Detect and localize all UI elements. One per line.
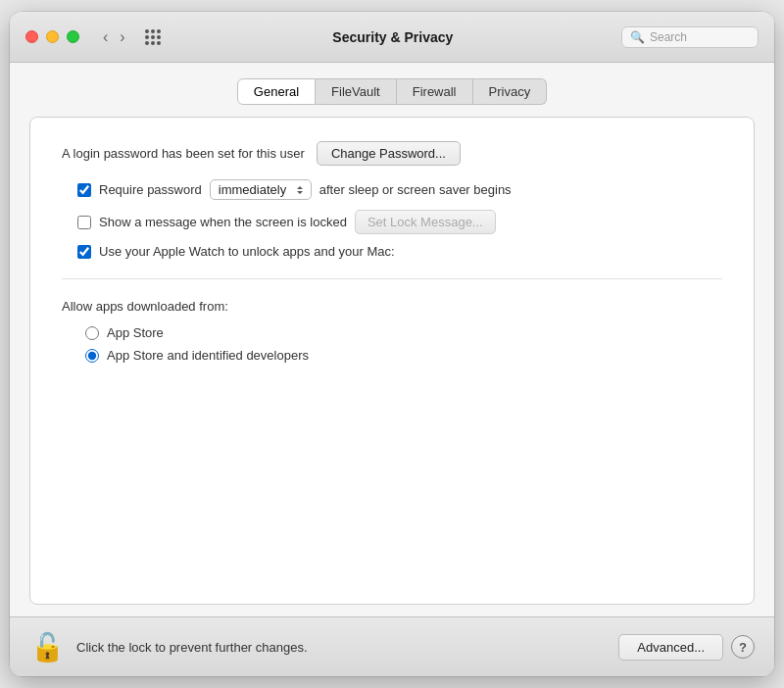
- apple-watch-checkbox[interactable]: [77, 245, 91, 259]
- window-title: Security & Privacy: [176, 29, 610, 45]
- search-icon: 🔍: [630, 30, 645, 44]
- back-button[interactable]: ‹: [99, 26, 112, 48]
- require-password-label: Require password: [99, 182, 202, 197]
- app-store-label: App Store: [107, 325, 164, 340]
- change-password-button[interactable]: Change Password...: [317, 141, 461, 166]
- set-lock-message-button[interactable]: Set Lock Message...: [355, 210, 496, 234]
- nav-buttons: ‹ ›: [99, 26, 129, 48]
- main-panel: A login password has been set for this u…: [29, 117, 755, 605]
- footer-lock-text: Click the lock to prevent further change…: [76, 640, 607, 655]
- lock-icon[interactable]: 🔓: [29, 629, 65, 664]
- app-store-identified-radio[interactable]: [85, 349, 99, 363]
- help-button[interactable]: ?: [731, 635, 755, 659]
- allow-apps-section: Allow apps downloaded from: App Store Ap…: [62, 299, 722, 363]
- login-password-row: A login password has been set for this u…: [62, 141, 722, 166]
- maximize-button[interactable]: [67, 30, 79, 43]
- content-area: General FileVault Firewall Privacy A log…: [10, 63, 774, 616]
- require-password-checkbox[interactable]: [77, 183, 91, 197]
- tab-privacy[interactable]: Privacy: [473, 78, 548, 105]
- search-bar[interactable]: 🔍: [621, 26, 759, 48]
- apps-grid-icon[interactable]: [145, 29, 161, 45]
- tab-firewall[interactable]: Firewall: [397, 78, 473, 105]
- traffic-lights: [25, 30, 79, 43]
- advanced-button[interactable]: Advanced...: [618, 634, 723, 661]
- login-password-text: A login password has been set for this u…: [62, 146, 305, 161]
- minimize-button[interactable]: [46, 30, 59, 43]
- tab-general[interactable]: General: [237, 78, 316, 105]
- app-store-radio-row: App Store: [85, 325, 722, 340]
- app-store-identified-label: App Store and identified developers: [107, 348, 309, 363]
- apple-watch-row: Use your Apple Watch to unlock apps and …: [77, 244, 722, 259]
- allow-apps-title: Allow apps downloaded from:: [62, 299, 722, 314]
- show-lock-message-checkbox[interactable]: [77, 216, 91, 229]
- app-store-radio[interactable]: [85, 326, 99, 340]
- tab-filevault[interactable]: FileVault: [316, 78, 397, 105]
- apple-watch-label: Use your Apple Watch to unlock apps and …: [99, 244, 395, 259]
- search-input[interactable]: [650, 30, 750, 44]
- show-lock-message-label: Show a message when the screen is locked: [99, 215, 347, 229]
- close-button[interactable]: [25, 30, 38, 43]
- titlebar: ‹ › Security & Privacy 🔍: [10, 12, 774, 63]
- forward-button[interactable]: ›: [116, 26, 128, 48]
- footer: 🔓 Click the lock to prevent further chan…: [10, 616, 774, 676]
- section-divider: [62, 278, 722, 279]
- require-password-row: Require password immediately 5 seconds 1…: [77, 179, 722, 200]
- password-timing-dropdown[interactable]: immediately 5 seconds 1 minute 5 minutes…: [210, 179, 312, 200]
- show-lock-message-row: Show a message when the screen is locked…: [77, 210, 722, 234]
- tabs: General FileVault Firewall Privacy: [10, 63, 774, 105]
- system-preferences-window: ‹ › Security & Privacy 🔍 General FileVau…: [10, 12, 774, 676]
- footer-buttons: Advanced... ?: [618, 634, 755, 661]
- app-store-identified-radio-row: App Store and identified developers: [85, 348, 722, 363]
- after-sleep-text: after sleep or screen saver begins: [319, 182, 512, 197]
